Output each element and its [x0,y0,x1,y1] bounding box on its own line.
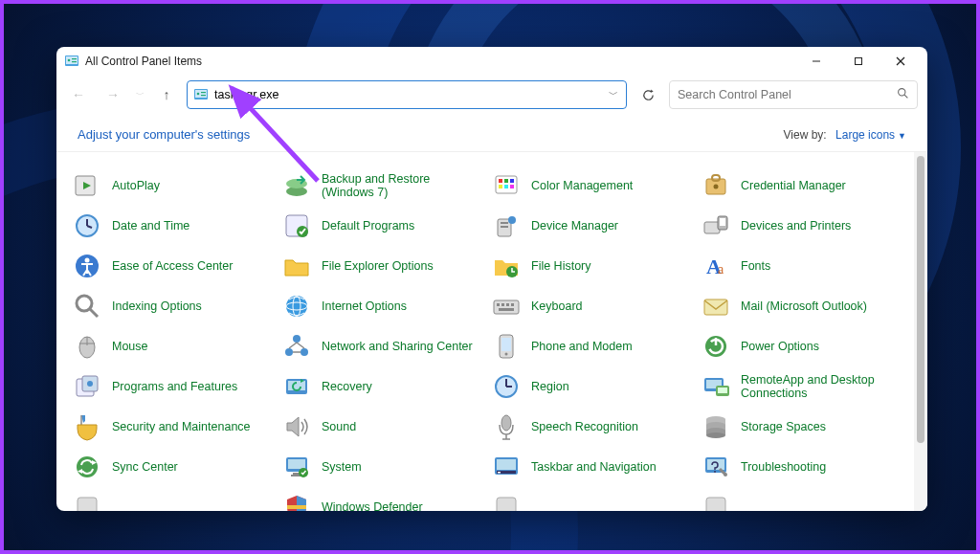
svg-rect-57 [499,308,514,311]
cp-item-devicemgr[interactable]: Device Manager [487,206,693,246]
cp-item-label: Sync Center [112,460,178,474]
cp-item-recovery[interactable]: Recovery [278,366,483,407]
cp-item-defaults[interactable]: Default Programs [278,206,483,246]
cp-item-generic[interactable] [697,487,902,511]
titlebar: All Control Panel Items [56,47,927,76]
cp-item-sync[interactable]: Sync Center [68,447,274,487]
forward-button[interactable]: → [99,80,127,109]
cp-item-defender[interactable]: Windows Defender [278,487,483,511]
svg-rect-25 [504,185,508,188]
scrollbar-thumb[interactable] [917,156,924,443]
maximize-button[interactable] [837,47,880,76]
phone-icon [491,331,522,362]
defender-icon [281,492,312,511]
cp-item-credential[interactable]: Credential Manager [697,166,902,206]
minimize-button[interactable] [795,47,837,76]
security-icon [72,411,102,442]
devicemgr-icon [491,211,522,241]
search-input[interactable] [678,88,897,101]
mouse-icon [72,331,102,362]
svg-rect-96 [288,459,305,469]
cp-item-label: System [322,460,362,474]
cp-item-label: File Explorer Options [322,259,434,273]
cp-item-label: Power Options [741,340,819,353]
address-dropdown-icon[interactable]: ﹀ [607,88,620,101]
address-input[interactable] [214,88,607,101]
view-by-dropdown[interactable]: Large icons▼ [835,128,906,142]
cp-item-label: Region [531,380,569,393]
cp-item-fonts[interactable]: AaFonts [697,246,902,286]
clock-icon [72,211,102,241]
svg-rect-52 [494,300,519,314]
cp-item-label: Indexing Options [112,299,202,313]
keyboard-icon [491,291,522,321]
cp-item-ease[interactable]: Ease of Access Center [68,246,274,286]
cp-item-backup[interactable]: Backup and Restore (Windows 7) [278,166,483,206]
cp-item-label: Device Manager [531,219,618,233]
cp-item-taskbar[interactable]: Taskbar and Navigation [487,447,693,487]
cp-item-color[interactable]: Color Management [487,166,693,206]
cp-item-label: Devices and Printers [741,219,851,233]
fonts-icon: Aa [701,251,731,281]
cp-item-network[interactable]: Network and Sharing Center [278,326,483,366]
cp-item-devices[interactable]: Devices and Printers [697,206,902,246]
cp-item-indexing[interactable]: Indexing Options [68,286,274,326]
view-by-label: View by: [784,128,827,142]
cp-item-keyboard[interactable]: Keyboard [487,286,693,326]
recovery-icon [281,371,312,402]
cp-item-region[interactable]: Region [487,366,693,407]
scrollbar[interactable] [914,152,927,511]
view-by: View by: Large icons▼ [784,128,906,142]
mail-icon [701,291,731,321]
cp-item-mouse[interactable]: Mouse [68,326,274,366]
cp-item-clock[interactable]: Date and Time [68,206,274,246]
cp-item-label: Internet Options [322,299,407,313]
navbar: ← → ﹀ ↑ ﹀ [56,76,927,114]
items-grid: AutoPlayBackup and Restore (Windows 7)Co… [56,152,914,511]
cp-item-remoteapp[interactable]: RemoteApp and Desktop Connections [697,366,902,407]
cp-item-programs[interactable]: Programs and Features [68,366,274,407]
svg-rect-111 [706,498,725,511]
page-heading: Adjust your computer's settings [78,127,250,142]
cp-item-mail[interactable]: Mail (Microsoft Outlook) [697,286,902,326]
generic-icon [701,492,731,511]
svg-point-62 [285,348,293,356]
cp-item-storage[interactable]: Storage Spaces [697,407,902,447]
svg-rect-109 [287,505,306,509]
close-button[interactable] [880,47,922,76]
refresh-button[interactable] [633,88,663,102]
up-button[interactable]: ↑ [152,80,181,109]
remoteapp-icon [701,371,731,402]
cp-item-folder[interactable]: File Explorer Options [278,246,483,286]
cp-item-system[interactable]: System [278,447,483,487]
cp-item-filehistory[interactable]: File History [487,246,693,286]
recent-dropdown[interactable]: ﹀ [133,80,146,109]
svg-rect-101 [497,459,516,470]
cp-item-generic[interactable] [487,487,693,511]
cp-item-internet[interactable]: Internet Options [278,286,483,326]
svg-point-106 [724,473,727,476]
cp-item-autoplay[interactable]: AutoPlay [68,166,274,206]
cp-item-power[interactable]: Power Options [697,326,902,366]
svg-point-63 [301,348,308,356]
svg-rect-56 [511,303,514,306]
control-panel-icon [64,54,79,69]
cp-item-generic[interactable] [68,487,274,511]
control-panel-small-icon [193,87,209,102]
cp-item-label: Default Programs [322,219,414,233]
cp-item-speech[interactable]: Speech Recognition [487,407,693,447]
svg-rect-26 [510,185,514,188]
cp-item-security[interactable]: Security and Maintenance [68,407,274,447]
svg-rect-6 [856,58,862,65]
svg-rect-110 [497,498,516,511]
cp-item-phone[interactable]: Phone and Modem [487,326,693,366]
cp-item-sound[interactable]: Sound [278,407,483,447]
search-box[interactable] [669,80,918,109]
credential-icon [701,170,731,201]
address-bar[interactable]: ﹀ [187,80,627,109]
cp-item-label: AutoPlay [112,179,160,192]
back-button[interactable]: ← [64,80,93,109]
cp-item-troubleshoot[interactable]: Troubleshooting [697,447,902,487]
troubleshoot-icon [701,452,731,482]
cp-item-label: Taskbar and Navigation [531,460,657,474]
